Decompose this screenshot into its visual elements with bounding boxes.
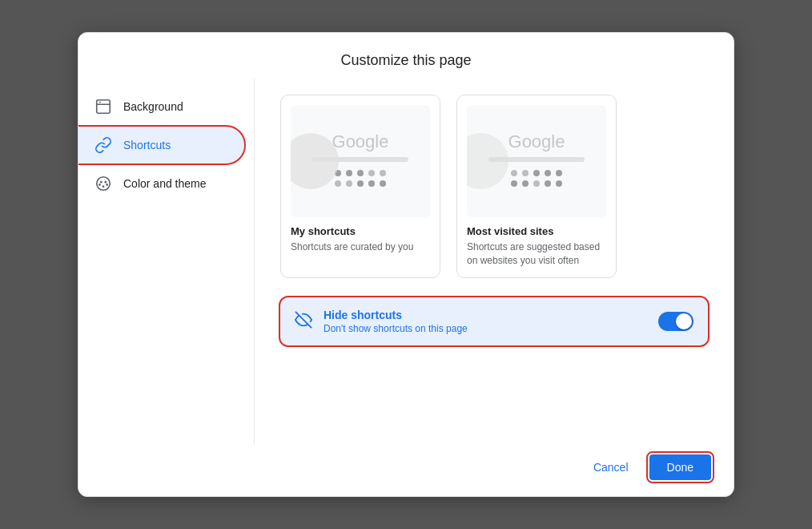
most-visited-card[interactable]: Google: [456, 95, 617, 278]
svg-point-3: [100, 181, 103, 184]
svg-point-7: [103, 185, 105, 188]
most-visited-preview: Google: [467, 105, 606, 217]
svg-point-4: [104, 181, 107, 184]
toggle-thumb: [676, 313, 692, 329]
svg-point-5: [98, 184, 101, 186]
most-visited-google-label: Google: [509, 131, 565, 152]
my-shortcuts-card[interactable]: Google: [280, 95, 440, 278]
customize-dialog: Customize this page Background: [78, 32, 734, 497]
hide-shortcuts-toggle[interactable]: [658, 312, 693, 331]
shortcut-options: Google: [280, 95, 708, 278]
dialog-footer: Cancel Done: [78, 445, 734, 496]
hide-shortcuts-desc: Don't show shortcuts on this page: [324, 323, 647, 334]
most-visited-desc: Shortcuts are suggested based on website…: [467, 240, 606, 268]
my-shortcuts-google-label: Google: [332, 131, 389, 152]
svg-point-6: [106, 184, 108, 186]
my-shortcuts-preview: Google: [291, 105, 430, 217]
dialog-body: Background Shortcuts: [78, 79, 734, 445]
sidebar-shortcuts-label: Shortcuts: [123, 139, 171, 151]
hide-shortcuts-text: Hide shortcuts Don't show shortcuts on t…: [324, 309, 647, 334]
svg-point-2: [97, 177, 111, 191]
svg-rect-0: [97, 100, 111, 114]
shortcuts-icon: [94, 136, 112, 154]
done-button[interactable]: Done: [649, 454, 711, 480]
my-shortcuts-title: My shortcuts: [291, 225, 430, 237]
svg-point-1: [99, 102, 101, 103]
sidebar-item-shortcuts[interactable]: Shortcuts: [78, 127, 244, 164]
hide-shortcuts-row[interactable]: Hide shortcuts Don't show shortcuts on t…: [280, 297, 708, 345]
hide-shortcuts-title: Hide shortcuts: [324, 309, 647, 321]
sidebar-color-theme-label: Color and theme: [123, 177, 207, 190]
sidebar-item-background[interactable]: Background: [78, 88, 244, 125]
dialog-header: Customize this page: [78, 33, 734, 79]
sidebar: Background Shortcuts: [78, 79, 255, 445]
my-shortcuts-desc: Shortcuts are curated by you: [291, 240, 430, 254]
dialog-title: Customize this page: [104, 52, 708, 69]
cancel-button[interactable]: Cancel: [581, 454, 641, 480]
background-icon: [94, 98, 112, 115]
hide-icon: [295, 311, 312, 332]
most-visited-title: Most visited sites: [467, 225, 606, 237]
sidebar-background-label: Background: [123, 100, 183, 113]
sidebar-item-color-theme[interactable]: Color and theme: [78, 165, 244, 202]
main-content: Google: [255, 79, 734, 445]
color-theme-icon: [94, 175, 112, 192]
toggle-track: [658, 312, 693, 331]
